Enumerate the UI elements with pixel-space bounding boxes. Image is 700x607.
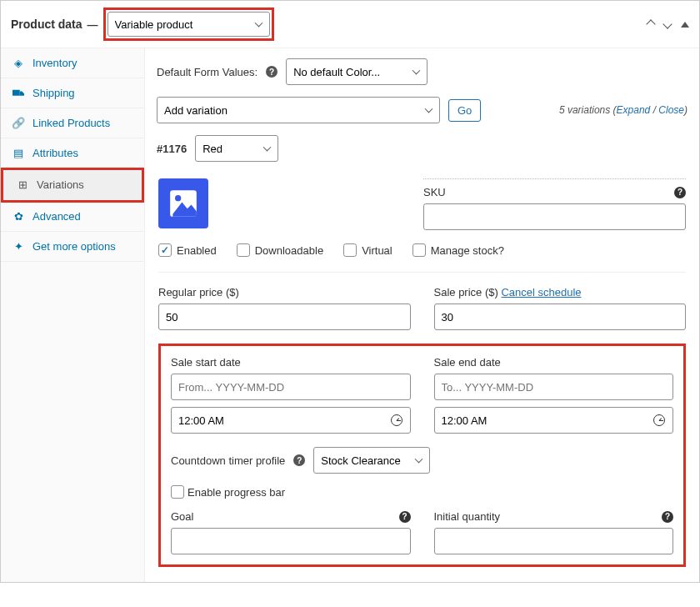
close-link[interactable]: Close	[658, 104, 684, 116]
sale-start-time-input[interactable]	[171, 407, 411, 434]
virtual-checkbox[interactable]: Virtual	[343, 243, 392, 257]
tab-advanced[interactable]: ✿ Advanced	[1, 202, 144, 232]
regular-price-label: Regular price ($)	[158, 286, 239, 298]
sku-input[interactable]	[423, 203, 686, 230]
tab-shipping[interactable]: Shipping	[1, 78, 144, 108]
inventory-icon: ◈	[12, 58, 24, 69]
product-type-select[interactable]: Variable product	[108, 12, 270, 37]
manage-stock-checkbox[interactable]: Manage stock?	[412, 243, 504, 257]
help-icon[interactable]: ?	[662, 511, 673, 523]
go-button[interactable]: Go	[448, 99, 481, 122]
tab-inventory[interactable]: ◈ Inventory	[1, 48, 144, 78]
checkbox-icon	[171, 485, 184, 499]
link-icon: 🔗	[12, 118, 24, 129]
timer-profile-select[interactable]: Stock Clearance	[313, 447, 430, 474]
timer-profile-label: Countdown timer profile	[171, 454, 285, 467]
sale-start-date-input[interactable]	[171, 374, 411, 400]
sparkle-icon: ✦	[12, 241, 24, 253]
move-up-icon[interactable]	[646, 19, 655, 28]
variations-icon: ⊞	[17, 179, 28, 191]
svg-point-2	[175, 195, 181, 201]
progress-bar-checkbox[interactable]: Enable progress bar	[171, 485, 285, 499]
cancel-schedule-link[interactable]: Cancel schedule	[501, 286, 581, 298]
sale-end-date-input[interactable]	[434, 374, 674, 400]
checkbox-icon	[412, 243, 426, 257]
add-variation-select[interactable]: Add variation	[157, 97, 440, 123]
sale-price-label: Sale price ($)	[434, 286, 498, 298]
help-icon[interactable]: ?	[399, 511, 411, 523]
sale-price-input[interactable]	[434, 304, 687, 330]
clock-icon	[391, 414, 402, 426]
move-down-icon[interactable]	[662, 19, 672, 28]
downloadable-checkbox[interactable]: Downloadable	[237, 243, 323, 257]
goal-input[interactable]	[171, 528, 411, 554]
tabs-sidebar: ◈ Inventory Shipping 🔗 Linked Products ▤…	[1, 48, 145, 582]
default-values-label: Default Form Values:	[157, 66, 258, 78]
sale-end-label: Sale end date	[434, 356, 501, 369]
variation-count: 5 variations (Expand / Close)	[559, 104, 688, 116]
gear-icon: ✿	[12, 211, 24, 223]
tab-get-more[interactable]: ✦ Get more options	[1, 232, 144, 262]
tab-linked-products[interactable]: 🔗 Linked Products	[1, 108, 144, 138]
default-values-select[interactable]: No default Color...	[286, 58, 428, 85]
help-icon[interactable]: ?	[674, 187, 686, 198]
help-icon[interactable]: ?	[266, 66, 278, 78]
attributes-icon: ▤	[12, 148, 24, 159]
regular-price-input[interactable]	[158, 304, 411, 330]
expand-link[interactable]: Expand	[617, 104, 651, 116]
variation-attribute-select[interactable]: Red	[195, 135, 278, 162]
sale-end-time-input[interactable]	[434, 407, 674, 434]
variation-id: #1176	[157, 143, 187, 155]
schedule-highlight-box: Sale start date Sale end date	[158, 344, 686, 567]
initial-qty-input[interactable]	[434, 528, 674, 554]
image-icon	[168, 188, 199, 219]
tab-variations[interactable]: ⊞ Variations	[3, 170, 142, 200]
sale-start-label: Sale start date	[171, 356, 241, 369]
panel-title: Product data	[11, 18, 82, 31]
variation-image-placeholder[interactable]	[158, 178, 208, 228]
svg-rect-0	[12, 90, 20, 96]
help-icon[interactable]: ?	[293, 454, 305, 466]
checkbox-icon	[158, 243, 172, 257]
initial-qty-label: Initial quantity	[434, 510, 501, 523]
shipping-icon	[12, 88, 24, 99]
product-data-panel: Product data — Variable product ◈ Invent…	[0, 0, 700, 583]
goal-label: Goal	[171, 510, 193, 523]
collapse-icon[interactable]	[681, 22, 689, 28]
clock-icon	[653, 414, 665, 426]
enabled-checkbox[interactable]: Enabled	[158, 243, 217, 257]
content-area: Default Form Values: ? No default Color.…	[145, 48, 699, 582]
panel-header: Product data — Variable product	[1, 1, 699, 48]
checkbox-icon	[343, 243, 357, 257]
checkbox-icon	[237, 243, 250, 257]
tab-attributes[interactable]: ▤ Attributes	[1, 138, 144, 168]
sku-label: SKU	[423, 186, 446, 198]
